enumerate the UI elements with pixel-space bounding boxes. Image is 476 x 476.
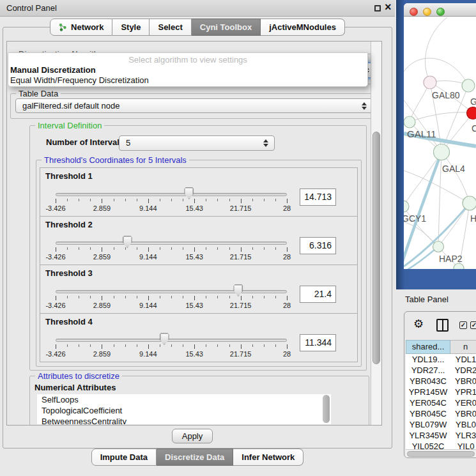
- numerical-attributes-list[interactable]: SelfLoopsTopologicalCoefficientBetweenne…: [37, 394, 331, 424]
- table-row[interactable]: YPR145WYPR1: [406, 387, 476, 397]
- table-cell: YDL19...: [406, 354, 450, 365]
- table-row[interactable]: YIL052CYIL0: [406, 441, 476, 449]
- node-label: C: [472, 123, 476, 134]
- threshold-slider-track[interactable]: [56, 193, 287, 196]
- spinner-arrows-icon: [263, 139, 268, 147]
- threshold-slider-track[interactable]: [56, 290, 287, 293]
- close-traffic-light-icon[interactable]: [410, 8, 418, 16]
- numerical-attribute-item[interactable]: TopologicalCoefficient: [37, 405, 331, 416]
- threshold-value-input[interactable]: 6.316: [300, 237, 336, 254]
- threshold-value-input[interactable]: 21.4: [300, 286, 336, 303]
- network-node-right-top: [462, 79, 475, 92]
- tab-jactivemnodules[interactable]: jActiveMNodules: [261, 19, 345, 36]
- dropdown-option-equal-width-frequency[interactable]: Equal Width/Frequency Discretization: [10, 75, 149, 85]
- column-layout-icon[interactable]: [436, 319, 449, 332]
- column-header-shared[interactable]: shared...: [406, 340, 450, 354]
- table-cell: YBR043C: [406, 376, 450, 387]
- tab-select[interactable]: Select: [150, 19, 191, 36]
- network-nodes[interactable]: [404, 76, 476, 269]
- threshold-slider-thumb[interactable]: [233, 284, 243, 296]
- table-cell: YBR045C: [406, 408, 450, 419]
- tab-style[interactable]: Style: [112, 19, 150, 36]
- table-row[interactable]: YDL19...YDL1: [406, 354, 476, 365]
- slider-tick-label: 15.43: [178, 302, 211, 309]
- tab-label: jActiveMNodules: [269, 22, 336, 32]
- threshold-label: Threshold 1: [45, 171, 93, 181]
- table-cell: YBL0: [450, 419, 476, 430]
- threshold-rows-container: Threshold 1-3.4262.8599.14415.4321.71528…: [40, 167, 358, 363]
- dropdown-option-manual-discretization[interactable]: Manual Discretization: [10, 65, 96, 75]
- table-cell: YER054C: [406, 397, 450, 408]
- slider-ticks: [56, 344, 288, 349]
- float-window-icon[interactable]: [374, 5, 381, 12]
- group-title: Interval Definition: [35, 121, 104, 130]
- table-panel-title: Table Panel: [405, 295, 449, 304]
- table-row[interactable]: YBL079WYBL0: [406, 419, 476, 430]
- column-header-name[interactable]: n: [450, 340, 476, 354]
- threshold-slider-thumb[interactable]: [123, 236, 132, 248]
- threshold-value-input[interactable]: 11.344: [300, 334, 336, 351]
- tab-label: Select: [158, 22, 182, 32]
- number-of-intervals-combobox[interactable]: 5: [119, 135, 275, 151]
- table-row[interactable]: YBR045CYBR0: [406, 408, 476, 419]
- tab-label: Style: [121, 22, 141, 32]
- tab-cyni-toolbox[interactable]: Cyni Toolbox: [192, 19, 261, 36]
- discretize-scroll-pane: Discretization Algorithm Select algorith…: [6, 41, 382, 426]
- slider-tick-label: 15.43: [178, 350, 211, 358]
- table-hscrollbar-thumb[interactable]: [407, 451, 475, 457]
- checkbox-icon[interactable]: ✓: [470, 321, 476, 329]
- slider-tick-label: 28: [270, 253, 303, 261]
- table-row[interactable]: YBR043CYBR0: [406, 376, 476, 387]
- threshold-slider-track[interactable]: [56, 242, 287, 245]
- slider-tick-label: 28: [270, 204, 303, 212]
- tab-network[interactable]: Network: [50, 19, 112, 36]
- table-panel: ⚙ ✓ ✓ shared... n YDL19...YDL1YDR27...YD…: [404, 311, 476, 458]
- gear-icon[interactable]: ⚙: [413, 317, 424, 331]
- node-label: GA: [470, 96, 476, 107]
- network-canvas[interactable]: GAL80 GA C GAL11 GAL4 GCY1 H HAP2: [404, 17, 476, 269]
- threshold-row: Threshold 2-3.4262.8599.14415.4321.71528…: [40, 216, 358, 265]
- table-row[interactable]: YER054CYER0: [406, 397, 476, 408]
- table-data-combobox[interactable]: galFiltered.sif default node: [15, 98, 373, 113]
- slider-tick-label: -3.426: [39, 302, 72, 309]
- tab-discretize-data[interactable]: Discretize Data: [157, 449, 233, 466]
- checkbox-icon[interactable]: ✓: [459, 321, 467, 329]
- table-row[interactable]: YDR27...YDR2: [406, 365, 476, 376]
- number-of-intervals-label: Number of Intervals: [46, 137, 124, 147]
- numerical-attribute-item[interactable]: BetweennessCentrality: [37, 416, 331, 424]
- threshold-row: Threshold 4-3.4262.8599.14415.4321.71528…: [40, 313, 358, 362]
- table-cell: YDL1: [450, 354, 476, 365]
- tab-label: Discretize Data: [165, 452, 224, 462]
- numerical-attribute-item[interactable]: SelfLoops: [37, 394, 331, 405]
- minimize-traffic-light-icon[interactable]: [423, 8, 431, 16]
- apply-button[interactable]: Apply: [172, 429, 213, 443]
- slider-tick-label: 21.715: [224, 253, 257, 261]
- scrollbar-thumb[interactable]: [372, 132, 380, 364]
- slider-tick-label: 9.144: [132, 253, 165, 261]
- threshold-slider-thumb[interactable]: [160, 333, 169, 345]
- table-cell: YPR1: [450, 387, 476, 397]
- numerical-attributes-label: Numerical Attributes: [35, 383, 116, 392]
- zoom-traffic-light-icon[interactable]: [436, 8, 445, 16]
- node-label: GCY1: [404, 213, 426, 224]
- table-cell: YLR345W: [406, 430, 450, 441]
- network-node-gal80: [424, 76, 436, 89]
- slider-ticks: [56, 199, 288, 204]
- table-row[interactable]: YLR345WYLR3: [406, 430, 476, 441]
- slider-tick-label: 2.859: [85, 350, 118, 358]
- control-panel-titlebar: Control Panel ×: [0, 0, 395, 17]
- network-node-gcy1: [404, 201, 409, 212]
- threshold-slider-track[interactable]: [56, 339, 287, 342]
- list-scrollbar[interactable]: [323, 395, 330, 423]
- table-cell: YER0: [450, 397, 476, 408]
- spinner-arrows-icon: [362, 102, 367, 110]
- tab-impute-data[interactable]: Impute Data: [91, 449, 157, 466]
- tab-infer-network[interactable]: Infer Network: [233, 449, 303, 466]
- slider-tick-label: 15.43: [178, 204, 211, 212]
- threshold-slider-thumb[interactable]: [184, 187, 194, 199]
- close-icon[interactable]: ×: [385, 1, 392, 14]
- table-hscrollbar-track[interactable]: [406, 449, 476, 457]
- threshold-value-input[interactable]: 14.713: [300, 188, 336, 206]
- slider-tick-label: 28: [270, 350, 303, 358]
- slider-tick-label: 9.144: [132, 302, 165, 309]
